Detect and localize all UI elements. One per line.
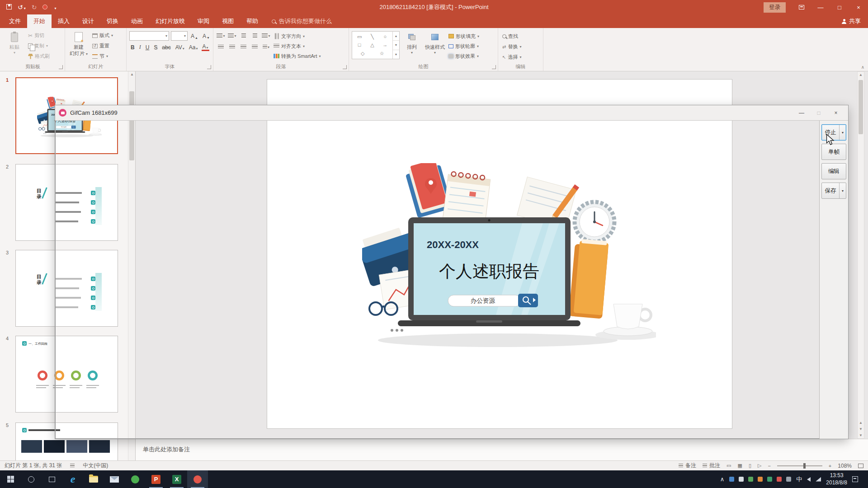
text-shadow-button[interactable]: S bbox=[152, 44, 159, 51]
character-spacing-button[interactable]: AV▾ bbox=[174, 44, 186, 51]
format-painter-button[interactable]: 格式刷 bbox=[27, 52, 51, 61]
find-button[interactable]: 查找 bbox=[501, 32, 541, 41]
tray-app-icon-3[interactable] bbox=[748, 477, 753, 482]
quick-styles-button[interactable]: 快速样式 ▾ bbox=[424, 30, 446, 62]
underline-button[interactable]: U bbox=[144, 44, 151, 51]
new-slide-button[interactable]: 新建 幻灯片 ▾ bbox=[68, 30, 90, 62]
tray-app-icon-1[interactable] bbox=[729, 477, 734, 482]
drawing-dialog-launcher-icon[interactable] bbox=[492, 65, 496, 69]
columns-button[interactable]: ▾ bbox=[261, 42, 271, 52]
tab-slideshow[interactable]: 幻灯片放映 bbox=[149, 14, 191, 28]
tab-design[interactable]: 设计 bbox=[76, 14, 100, 28]
bullets-button[interactable]: ▾ bbox=[216, 31, 226, 40]
gifcam-edit-button[interactable]: 编辑 bbox=[821, 163, 846, 179]
comments-toggle[interactable]: 批注 bbox=[703, 462, 720, 469]
tab-transitions[interactable]: 切换 bbox=[100, 14, 125, 28]
font-dialog-launcher-icon[interactable] bbox=[207, 65, 211, 69]
increase-indent-button[interactable] bbox=[250, 31, 259, 40]
undo-button[interactable]: ↺▾ bbox=[18, 3, 26, 11]
tab-file[interactable]: 文件 bbox=[3, 14, 27, 28]
font-size-combo[interactable]: ▾ bbox=[171, 31, 188, 41]
editor-scrollbar[interactable]: ▲ ▲ ▼ ▼ bbox=[857, 71, 864, 439]
action-center-icon[interactable] bbox=[852, 476, 858, 482]
zoom-out-button[interactable]: − bbox=[768, 463, 770, 469]
clipboard-dialog-launcher-icon[interactable] bbox=[59, 65, 63, 69]
shapes-gallery-scroll[interactable]: ▲ ▼ ▼ bbox=[392, 32, 399, 59]
paste-button[interactable]: 粘贴 ▾ bbox=[4, 30, 25, 62]
save-button[interactable] bbox=[6, 3, 12, 11]
next-slide-icon[interactable]: ▼ bbox=[858, 427, 864, 431]
notes-pane[interactable]: 单击此处添加备注 bbox=[136, 439, 868, 460]
grow-font-button[interactable]: A▲ bbox=[189, 33, 199, 40]
share-button[interactable]: 共享 bbox=[835, 14, 868, 28]
shape-outline-button[interactable]: 形状轮廓▾ bbox=[447, 42, 481, 51]
line-spacing-button[interactable]: ▾ bbox=[261, 31, 271, 40]
taskbar-excel-icon[interactable]: X bbox=[166, 470, 187, 488]
tray-shield-icon[interactable] bbox=[767, 477, 772, 482]
gifcam-stop-dropdown-icon[interactable]: ▾ bbox=[839, 125, 846, 140]
taskbar-mail-icon[interactable] bbox=[104, 470, 125, 488]
tab-view[interactable]: 视图 bbox=[216, 14, 240, 28]
tab-home[interactable]: 开始 bbox=[27, 14, 52, 28]
fit-to-window-icon[interactable] bbox=[858, 464, 863, 468]
tellme-search[interactable]: 告诉我你想要做什么 bbox=[272, 14, 332, 28]
font-name-combo[interactable]: ▾ bbox=[129, 31, 169, 41]
shrink-font-button[interactable]: A▼ bbox=[201, 33, 211, 40]
gifcam-frame-button[interactable]: 单帧 bbox=[821, 144, 846, 160]
shape-effects-button[interactable]: 形状效果▾ bbox=[447, 52, 481, 61]
paragraph-dialog-launcher-icon[interactable] bbox=[343, 65, 347, 69]
taskbar-gifcam-icon[interactable] bbox=[187, 470, 208, 488]
text-direction-button[interactable]: 文字方向▾ bbox=[272, 32, 322, 41]
addin-record-button[interactable] bbox=[42, 3, 47, 11]
section-button[interactable]: 节▾ bbox=[91, 52, 114, 61]
zoom-slider[interactable] bbox=[777, 465, 822, 466]
layout-button[interactable]: 版式▾ bbox=[91, 31, 114, 40]
network-icon[interactable] bbox=[816, 477, 821, 482]
ribbon-display-options-button[interactable] bbox=[792, 0, 811, 14]
gallery-down-icon[interactable]: ▼ bbox=[393, 40, 399, 49]
start-button[interactable] bbox=[0, 470, 21, 488]
close-button[interactable]: × bbox=[849, 0, 868, 14]
scroll-up-icon[interactable]: ▲ bbox=[128, 72, 136, 76]
gifcam-minimize-button[interactable]: — bbox=[793, 107, 810, 119]
replace-button[interactable]: ⇄替换▾ bbox=[501, 42, 541, 52]
reset-button[interactable]: 重置 bbox=[91, 41, 114, 51]
taskbar-powerpoint-icon[interactable]: P bbox=[146, 470, 166, 488]
shape-fill-button[interactable]: 形状填充▾ bbox=[447, 32, 481, 41]
cut-button[interactable]: ✂剪切 bbox=[27, 31, 51, 40]
align-center-button[interactable] bbox=[227, 42, 237, 52]
gifcam-close-button[interactable]: × bbox=[827, 107, 844, 119]
slideshow-button[interactable]: ▷ bbox=[758, 463, 761, 469]
scroll-down-icon[interactable]: ▼ bbox=[858, 433, 864, 437]
spellcheck-icon[interactable] bbox=[70, 464, 75, 468]
gallery-more-icon[interactable]: ▼ bbox=[393, 50, 399, 59]
task-view-button[interactable] bbox=[42, 470, 62, 488]
cortana-search-button[interactable] bbox=[21, 470, 42, 488]
taskbar-file-explorer-icon[interactable] bbox=[83, 470, 104, 488]
align-right-button[interactable] bbox=[239, 42, 248, 52]
tray-app-icon-6[interactable] bbox=[786, 477, 791, 482]
tab-review[interactable]: 审阅 bbox=[191, 14, 216, 28]
maximize-button[interactable]: □ bbox=[830, 0, 849, 14]
copy-button[interactable]: 复制▾ bbox=[27, 41, 51, 51]
collapse-ribbon-icon[interactable]: ∧ bbox=[861, 65, 864, 70]
italic-button[interactable]: I bbox=[138, 43, 142, 51]
login-button[interactable]: 登录 bbox=[764, 2, 786, 13]
volume-icon[interactable] bbox=[807, 477, 811, 482]
reading-view-button[interactable]: ▯ bbox=[749, 463, 751, 469]
ime-indicator[interactable]: 中 bbox=[796, 475, 802, 483]
gifcam-titlebar[interactable]: GifCam 1681x699 — □ × bbox=[55, 105, 848, 121]
taskbar-clock[interactable]: 13:53 2018/8/8 bbox=[826, 472, 847, 486]
numbering-button[interactable]: ▾ bbox=[227, 31, 237, 40]
gifcam-save-button[interactable]: 保存▾ bbox=[821, 183, 846, 199]
justify-button[interactable] bbox=[250, 42, 259, 52]
notes-toggle[interactable]: 备注 bbox=[679, 462, 696, 469]
align-left-button[interactable] bbox=[216, 42, 226, 52]
zoom-level[interactable]: 108% bbox=[838, 463, 852, 469]
tray-chevron-icon[interactable]: ∧ bbox=[720, 476, 725, 483]
gallery-up-icon[interactable]: ▲ bbox=[393, 32, 399, 40]
zoom-in-button[interactable]: + bbox=[829, 463, 831, 469]
taskbar-edge-icon[interactable]: e bbox=[62, 470, 83, 488]
redo-button[interactable]: ↻ bbox=[32, 3, 37, 11]
shapes-gallery[interactable]: ▭╲○□ △→◇☆ ▲ ▼ ▼ bbox=[352, 31, 400, 59]
